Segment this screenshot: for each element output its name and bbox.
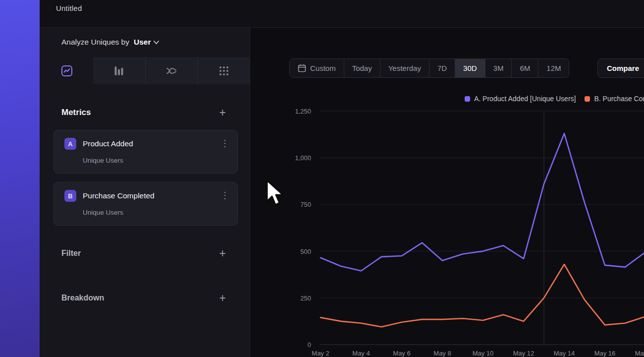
y-axis-label: 0	[308, 341, 311, 349]
tab-funnels[interactable]	[93, 57, 145, 84]
range-button-30d[interactable]: 30D	[455, 59, 485, 78]
sidebar: Analyze Uniques by User Metrics +	[40, 28, 250, 357]
x-axis-label: May 8	[425, 350, 460, 357]
add-metric-button[interactable]: +	[219, 106, 226, 119]
y-axis-label: 500	[300, 247, 311, 255]
page-title: Untitled	[56, 4, 82, 12]
breakdown-section-header: Breakdown +	[61, 292, 226, 304]
tab-segmentation[interactable]	[197, 57, 250, 84]
tab-insights[interactable]	[41, 57, 93, 84]
filter-section-label: Filter	[61, 249, 81, 258]
metric-card-product-added[interactable]: A Product Added ⋮ Unique Users	[54, 130, 238, 174]
x-axis-label: May 10	[466, 350, 500, 357]
x-axis-label: May 2	[303, 350, 338, 357]
x-axis-label: May 12	[506, 350, 541, 357]
grid-dots-icon	[218, 65, 230, 77]
insights-chart-icon	[61, 65, 73, 77]
metric-name: Purchase Completed	[83, 191, 155, 200]
flows-stream-icon	[165, 65, 177, 77]
kebab-menu-icon[interactable]: ⋮	[220, 138, 229, 149]
chevron-down-icon	[154, 41, 159, 44]
header: Untitled	[40, 0, 644, 28]
add-breakdown-button[interactable]: +	[219, 292, 226, 304]
legend-swatch-series-b	[585, 96, 590, 102]
range-label: 6M	[520, 64, 530, 72]
legend-item: A. Product Added [Unique Users]	[465, 95, 576, 103]
y-axis-label: 1,250	[295, 108, 311, 115]
analyze-by-value-text: User	[134, 38, 151, 47]
kebab-menu-icon[interactable]: ⋮	[220, 190, 229, 201]
funnel-bars-icon	[113, 65, 125, 77]
x-axis-label: May 18	[628, 350, 644, 357]
range-button-custom[interactable]: Custom	[289, 59, 344, 78]
x-axis: May 2May 4May 6May 8May 10May 12May 14Ma…	[0, 350, 644, 357]
left-gradient-strip	[0, 0, 40, 357]
chart-type-tabstrip	[41, 57, 250, 84]
range-label: Yesterday	[388, 64, 421, 72]
y-axis: 02505007501,0001,250	[268, 111, 311, 345]
range-label: Custom	[310, 64, 336, 72]
y-axis-label: 250	[300, 294, 311, 301]
x-axis-label: May 4	[344, 350, 378, 357]
y-axis-label: 1,000	[295, 154, 311, 162]
add-filter-button[interactable]: +	[219, 247, 226, 260]
chart-series-line	[321, 264, 644, 327]
metric-name: Product Added	[83, 139, 133, 148]
range-label: 7D	[437, 64, 447, 72]
calendar-icon	[298, 64, 306, 72]
range-button-6m[interactable]: 6M	[511, 59, 538, 78]
analyze-by-control[interactable]: Analyze Uniques by User	[61, 35, 159, 50]
compare-button[interactable]: Compare	[597, 59, 644, 78]
metric-badge: B	[64, 190, 76, 202]
range-button-3m[interactable]: 3M	[485, 59, 512, 78]
metrics-section-label: Metrics	[61, 108, 91, 118]
metric-subtitle[interactable]: Unique Users	[83, 157, 123, 164]
legend-item: B. Purchase Completed [Unique Users]	[585, 95, 644, 103]
range-label: Today	[352, 64, 372, 72]
app-window: Untitled Analyze Uniques by User	[0, 0, 644, 357]
breakdown-section-label: Breakdown	[61, 294, 104, 302]
analyze-by-label: Analyze Uniques by	[61, 38, 129, 47]
date-range-group: Custom Today Yesterday 7D 30D 3M 6M 12M	[289, 59, 569, 78]
metric-subtitle[interactable]: Unique Users	[83, 209, 123, 216]
tab-flows[interactable]	[145, 57, 198, 84]
range-button-yesterday[interactable]: Yesterday	[380, 59, 429, 78]
range-label: 3M	[493, 64, 504, 72]
x-axis-label: May 16	[588, 350, 622, 357]
metric-card-purchase-completed[interactable]: B Purchase Completed ⋮ Unique Users	[54, 182, 238, 226]
range-button-7d[interactable]: 7D	[429, 59, 455, 78]
x-axis-label: May 14	[547, 350, 582, 357]
metric-badge: A	[64, 138, 76, 150]
legend-label: B. Purchase Completed [Unique Users]	[594, 95, 644, 103]
chart-legend: A. Product Added [Unique Users] B. Purch…	[465, 95, 644, 103]
filter-section-header: Filter +	[61, 247, 226, 260]
legend-swatch-series-a	[465, 96, 470, 102]
legend-label: A. Product Added [Unique Users]	[474, 95, 576, 103]
range-label: 30D	[463, 64, 477, 72]
x-axis-label: May 6	[384, 350, 419, 357]
range-button-12m[interactable]: 12M	[538, 59, 569, 78]
chart-series-line	[321, 133, 644, 271]
range-label: 12M	[546, 64, 561, 72]
range-button-today[interactable]: Today	[344, 59, 380, 78]
y-axis-label: 750	[300, 201, 311, 208]
analyze-by-value[interactable]: User	[134, 38, 159, 47]
line-chart[interactable]	[320, 111, 644, 345]
metrics-section-header: Metrics +	[61, 106, 226, 119]
